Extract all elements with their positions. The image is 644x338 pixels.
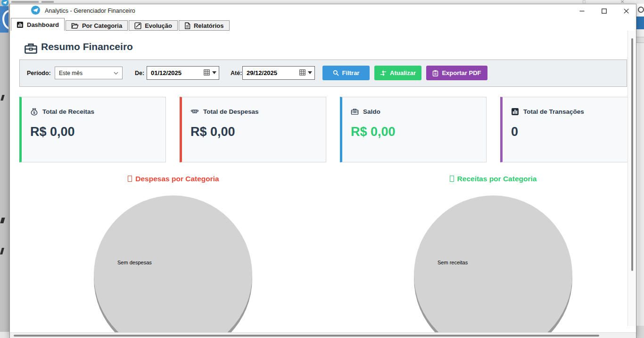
calendar-icon	[204, 69, 210, 76]
background-corner-fragment	[0, 332, 9, 338]
page-title: Resumo Financeiro	[41, 41, 133, 52]
bar-chart-icon	[511, 108, 519, 116]
background-window-left-strip	[0, 0, 9, 338]
vertical-scrollbar-thumb[interactable]	[631, 38, 633, 271]
card-label: Total de Receitas	[42, 108, 94, 115]
export-pdf-button-label: Exportar PDF	[442, 69, 481, 76]
to-date-picker-button[interactable]	[299, 69, 312, 76]
card-total-receitas: $ Total de Receitas R$ 0,00	[19, 97, 166, 162]
filter-button-label: Filtrar	[342, 69, 360, 76]
svg-text:$: $	[33, 110, 35, 115]
tab-dashboard[interactable]: Dashboard	[11, 18, 65, 31]
tab-evolucao[interactable]: Evolução	[129, 20, 178, 31]
background-toolbar-fragment	[636, 37, 644, 43]
tab-strip: Dashboard Por Categoria Evolução Relatór…	[11, 18, 627, 31]
background-title-text-fragment	[11, 1, 39, 3]
horizontal-scrollbar-thumb[interactable]	[14, 335, 599, 337]
card-value: R$ 0,00	[190, 125, 235, 139]
expenses-chart-title: Despesas por Categoria	[11, 175, 336, 183]
window-title: Analytics - Gerenciador Financeiro	[45, 4, 135, 18]
period-label: Período:	[27, 70, 51, 76]
export-pdf-button[interactable]: Exportar PDF	[426, 66, 487, 80]
empty-pie-label: Sem receitas	[438, 260, 468, 265]
background-blue-button-fragment	[636, 17, 644, 29]
trend-chart-icon	[134, 22, 141, 29]
background-maximize-icon: □	[583, 0, 586, 4]
background-text-fragment	[0, 218, 5, 223]
card-label: Total de Despesas	[203, 108, 259, 115]
minimize-button[interactable]	[574, 5, 589, 17]
card-label: Total de Transações	[523, 108, 584, 115]
to-date-field	[242, 66, 315, 80]
money-bag-icon: $	[30, 108, 38, 116]
money-wings-icon	[190, 108, 199, 115]
calendar-icon	[299, 69, 305, 76]
background-window-right-strip	[636, 0, 644, 338]
vertical-scrollbar[interactable]	[627, 31, 636, 326]
titlebar[interactable]: Analytics - Gerenciador Financeiro	[10, 4, 636, 18]
card-saldo: Saldo R$ 0,00	[340, 97, 487, 162]
background-title-text-fragment	[41, 1, 54, 3]
from-date-field	[147, 66, 219, 80]
maximize-button[interactable]	[596, 5, 611, 17]
chevron-down-icon	[114, 72, 118, 75]
dashboard-content: Resumo Financeiro Período: Este mês De: …	[11, 31, 627, 332]
search-icon	[333, 70, 339, 76]
briefcase-icon	[351, 108, 359, 115]
minimize-icon	[579, 8, 585, 14]
card-value: R$ 0,00	[351, 125, 396, 139]
card-value: R$ 0,00	[30, 125, 75, 139]
refresh-button-label: Atualizar	[390, 69, 416, 76]
card-label: Saldo	[363, 108, 380, 115]
close-icon	[624, 8, 629, 14]
tab-label: Dashboard	[27, 21, 59, 28]
tab-label: Por Categoria	[82, 22, 122, 29]
bar-chart-icon	[17, 21, 24, 28]
period-select-value: Este mês	[59, 70, 114, 76]
dropdown-arrow-icon	[212, 71, 216, 74]
to-label: Até:	[231, 70, 242, 76]
empty-pie-label: Sem despesas	[117, 260, 152, 265]
background-text-fragment	[0, 95, 4, 101]
from-date-picker-button[interactable]	[204, 69, 216, 76]
tab-relatorios[interactable]: Relatórios	[179, 20, 230, 31]
filter-button[interactable]: Filtrar	[322, 66, 370, 80]
from-label: De:	[135, 70, 144, 76]
briefcase-icon	[24, 42, 38, 56]
background-close-icon: ✕	[620, 0, 624, 4]
background-app-logo	[0, 6, 8, 33]
paper-plane-circle-icon	[31, 6, 40, 15]
tab-label: Evolução	[145, 22, 172, 29]
tab-por-categoria[interactable]: Por Categoria	[66, 20, 128, 31]
income-pie-chart: Sem receitas	[414, 195, 572, 332]
close-button[interactable]	[619, 5, 634, 17]
filter-bar: Período: Este mês De: Até:	[19, 59, 627, 87]
period-select[interactable]: Este mês	[55, 67, 123, 79]
background-text-fragment	[0, 248, 4, 254]
maximize-icon	[602, 8, 607, 14]
card-value: 0	[511, 125, 518, 139]
card-total-transacoes: Total de Transações 0	[500, 97, 627, 162]
card-total-despesas: Total de Despesas R$ 0,00	[180, 97, 326, 162]
dropdown-arrow-icon	[308, 71, 312, 74]
horizontal-scrollbar[interactable]	[10, 332, 636, 338]
folder-icon	[71, 22, 79, 29]
missing-glyph-box	[450, 176, 454, 182]
background-circle-icon	[638, 7, 644, 13]
income-chart-title: Receitas por Categoria	[336, 175, 627, 183]
clipboard-export-icon	[432, 70, 438, 76]
app-window: Analytics - Gerenciador Financeiro Dashb…	[9, 4, 636, 338]
refresh-button[interactable]: Atualizar	[374, 66, 421, 80]
report-icon	[184, 22, 190, 29]
expenses-pie-chart: Sem despesas	[94, 195, 252, 332]
tab-label: Relatórios	[194, 22, 224, 29]
refresh-icon	[380, 70, 387, 76]
missing-glyph-box	[128, 176, 132, 182]
